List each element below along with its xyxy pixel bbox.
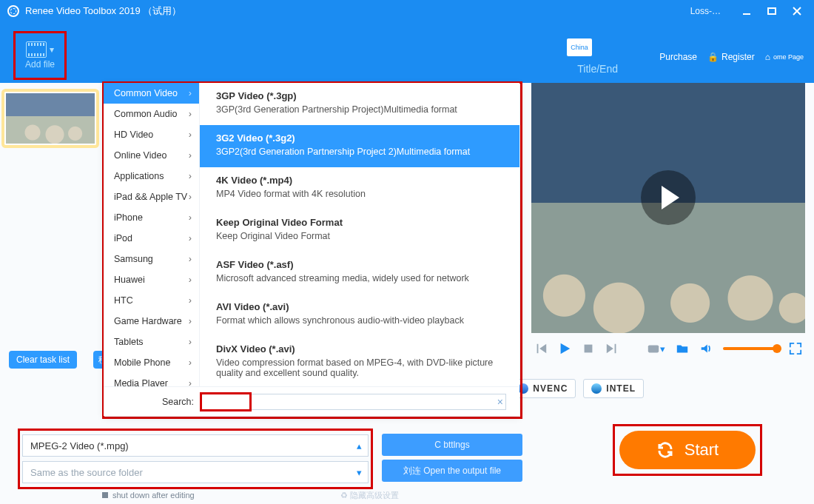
- format-category-item[interactable]: iPhone›: [104, 207, 199, 228]
- volume-slider[interactable]: [723, 347, 778, 350]
- fullscreen-button[interactable]: [789, 342, 802, 355]
- svg-point-6: [651, 347, 655, 351]
- format-category-item[interactable]: Samsung›: [104, 249, 199, 269]
- format-category-item[interactable]: Common Audio›: [104, 104, 199, 124]
- shutdown-checkbox[interactable]: shut down after editing: [102, 491, 195, 500]
- next-button[interactable]: [605, 342, 619, 355]
- player-controls: ▾: [531, 333, 805, 364]
- format-search-bar: Search: ×: [104, 386, 519, 416]
- home-icon: ⌂: [765, 52, 770, 62]
- output-format-dropdown[interactable]: MPEG-2 Video (*.mpg) ▴: [22, 434, 369, 457]
- china-flag-icon: China: [567, 38, 592, 56]
- chevron-down-icon: ▾: [50, 44, 54, 55]
- chevron-right-icon: ›: [189, 233, 192, 243]
- open-output-ghost-button[interactable]: 刘连 Open the output file: [382, 460, 522, 482]
- svg-rect-4: [585, 345, 593, 353]
- refresh-icon: [656, 441, 674, 459]
- window-title: Renee Video Toolbox 2019 （试用）: [25, 4, 181, 18]
- output-fields: MPEG-2 Video (*.mpg) ▴ Same as the sourc…: [18, 427, 373, 489]
- film-icon: [26, 41, 47, 58]
- format-dropdown-panel: Common Video›Common Audio›HD Video›Onlin…: [104, 83, 519, 416]
- chevron-right-icon: ›: [189, 212, 192, 223]
- add-file-label: Add file: [25, 59, 55, 70]
- chevron-right-icon: ›: [189, 337, 192, 347]
- chevron-right-icon: ›: [189, 150, 192, 161]
- output-folder-value: Same as the source folder: [30, 467, 143, 478]
- play-button[interactable]: [558, 342, 571, 355]
- format-option-list: 3GP Video (*.3gp)3GP(3rd Generation Part…: [200, 83, 519, 386]
- app-logo-icon: [7, 5, 19, 17]
- chevron-right-icon: ›: [189, 254, 192, 264]
- source-thumbnail[interactable]: [4, 92, 96, 145]
- hw-encoders: NVENC INTEL: [510, 379, 644, 398]
- window-close[interactable]: [787, 4, 807, 19]
- format-option[interactable]: 3GP Video (*.3gp)3GP(3rd Generation Part…: [200, 83, 519, 125]
- output-format-value: MPEG-2 Video (*.mpg): [30, 440, 129, 451]
- start-label: Start: [684, 440, 719, 460]
- chevron-right-icon: ›: [189, 192, 192, 202]
- preview-video[interactable]: [531, 83, 805, 333]
- format-category-item[interactable]: Common Video›: [104, 83, 199, 104]
- register-link[interactable]: 🔒Register: [707, 52, 755, 62]
- format-category-item[interactable]: iPad && Apple TV›: [104, 187, 199, 207]
- play-overlay-button[interactable]: [641, 170, 696, 225]
- window-maximize[interactable]: [762, 4, 781, 19]
- start-highlight: Start: [613, 424, 762, 476]
- format-category-item[interactable]: Applications›: [104, 166, 199, 187]
- format-category-item[interactable]: iPod›: [104, 228, 199, 249]
- chevron-right-icon: ›: [189, 357, 192, 368]
- chevron-right-icon: ›: [189, 295, 192, 306]
- addfile-highlight: ▾ Add file: [13, 31, 67, 80]
- open-folder-button[interactable]: [676, 342, 689, 355]
- chevron-right-icon: ›: [189, 171, 192, 181]
- lock-icon: 🔒: [707, 52, 719, 62]
- format-category-item[interactable]: Online Video›: [104, 145, 199, 166]
- homepage-link[interactable]: ⌂ome Page: [765, 52, 804, 62]
- format-option[interactable]: AVI Video (*.avi)Format which allows syn…: [200, 294, 519, 336]
- intel-badge[interactable]: INTEL: [583, 379, 644, 398]
- output-folder-dropdown[interactable]: Same as the source folder ▾: [22, 461, 369, 483]
- format-category-item[interactable]: Mobile Phone›: [104, 352, 199, 373]
- add-file-button[interactable]: ▾ Add file: [17, 35, 63, 76]
- chevron-right-icon: ›: [189, 88, 192, 98]
- volume-button[interactable]: [699, 342, 713, 355]
- preview-pane: ▾: [531, 83, 805, 364]
- advanced-settings-ghost[interactable]: ♻ 隐藏高级设置: [340, 490, 399, 501]
- start-button[interactable]: Start: [619, 431, 756, 469]
- format-option[interactable]: Keep Original Video FormatKeep Original …: [200, 209, 519, 252]
- workspace: Clear task list 移 ▾ NVENC INTEL Start: [0, 83, 814, 504]
- search-highlight: [200, 392, 252, 411]
- loss-label: Loss-…: [690, 6, 721, 16]
- chevron-right-icon: ›: [189, 316, 192, 326]
- format-category-item[interactable]: Tablets›: [104, 332, 199, 352]
- chevron-right-icon: ›: [189, 109, 192, 119]
- search-label: Search:: [158, 397, 194, 407]
- chevron-right-icon: ›: [189, 130, 192, 140]
- clear-search-icon[interactable]: ×: [497, 396, 503, 408]
- clear-task-list-button[interactable]: Clear task list: [9, 351, 77, 369]
- format-category-item[interactable]: HD Video›: [104, 124, 199, 145]
- title-end-tool-label[interactable]: Title/End: [577, 63, 618, 75]
- format-option[interactable]: DivX Video (*.avi)Video compression form…: [200, 336, 519, 386]
- format-option[interactable]: 3G2 Video (*.3g2)3GP2(3rd Generation Par…: [200, 125, 519, 167]
- format-category-item[interactable]: HTC›: [104, 290, 199, 311]
- svg-rect-1: [768, 8, 776, 14]
- format-option[interactable]: ASF Video (*.asf)Microsoft advanced stre…: [200, 252, 519, 294]
- prev-button[interactable]: [534, 342, 548, 355]
- chevron-down-icon: ▾: [357, 467, 362, 478]
- checkbox-icon: [102, 492, 108, 498]
- snapshot-button[interactable]: ▾: [647, 342, 665, 355]
- format-category-item[interactable]: Huawei›: [104, 269, 199, 290]
- format-option[interactable]: 4K Video (*.mp4)MP4 Video format with 4K…: [200, 167, 519, 209]
- chevron-up-icon: ▴: [357, 440, 362, 451]
- window-minimize[interactable]: [737, 4, 756, 19]
- chevron-right-icon: ›: [189, 275, 192, 285]
- main-toolbar: ▾ Add file China Title/End Purchase 🔒Reg…: [0, 22, 814, 83]
- intel-icon: [591, 383, 602, 394]
- format-category-item[interactable]: Game Hardware›: [104, 311, 199, 332]
- stop-button[interactable]: [582, 342, 595, 355]
- format-category-list: Common Video›Common Audio›HD Video›Onlin…: [104, 83, 200, 416]
- titlebar: Renee Video Toolbox 2019 （试用） Loss-…: [0, 0, 814, 22]
- settings-ghost-button[interactable]: C bttlngs: [382, 434, 522, 456]
- purchase-link[interactable]: Purchase: [659, 52, 697, 62]
